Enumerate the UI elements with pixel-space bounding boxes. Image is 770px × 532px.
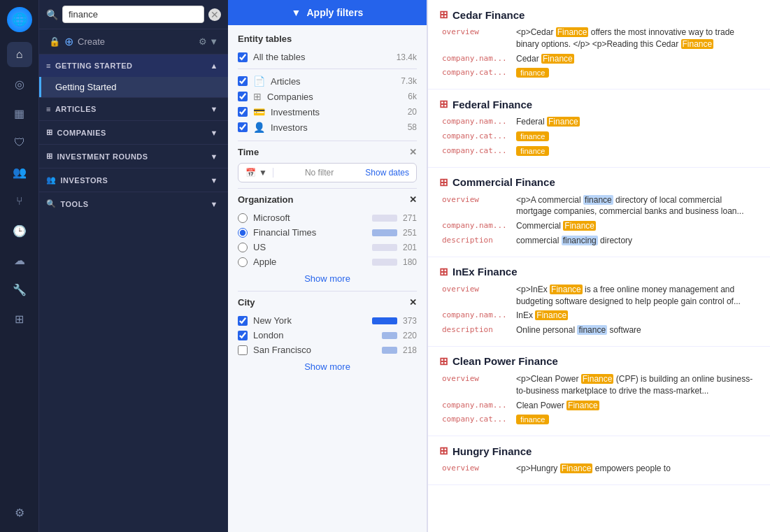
investors-icon: 👥 [46, 175, 57, 185]
city-header: City ✕ [238, 297, 417, 308]
show-dates-button[interactable]: Show dates [365, 168, 409, 178]
clear-city-button[interactable]: ✕ [409, 297, 417, 308]
field-key: company.cat... [439, 145, 516, 157]
app-logo[interactable]: 🌐 [7, 7, 32, 32]
city-london-checkbox[interactable] [238, 331, 248, 340]
org-apple: Apple 180 [238, 254, 417, 269]
puzzle-icon[interactable]: ⊞ [7, 306, 32, 331]
investments-checkbox[interactable] [238, 107, 248, 117]
result-title-federal-finance: ⊞ Federal Finance [439, 98, 759, 110]
clear-time-button[interactable]: ✕ [409, 147, 417, 157]
nav-section-header-articles[interactable]: ≡ ARTICLES ▼ [39, 98, 228, 120]
nav-section-getting-started: ≡ GETTING STARTED ▲ Getting Started [39, 54, 228, 97]
users-icon[interactable]: 👥 [7, 159, 32, 185]
result-row: company.cat... finance [439, 66, 759, 80]
filter-articles: 📄 Articles 7.3k [238, 73, 417, 89]
all-tables-label: All the tables [253, 52, 391, 62]
companies-icon: ⊞ [46, 128, 53, 137]
field-val: InEx Finance [516, 310, 759, 322]
lock-icon: 🔒 [49, 36, 60, 47]
city-san-francisco: San Francisco 218 [238, 343, 417, 357]
apply-filters-button[interactable]: ▼ Apply filters [228, 0, 427, 25]
gear-icon[interactable]: ⚙ [7, 500, 32, 525]
clear-org-button[interactable]: ✕ [409, 194, 417, 205]
nav-section-header-investors[interactable]: 👥 INVESTORS ▼ [39, 168, 228, 192]
city-title: City [238, 297, 255, 308]
result-row: company.cat... finance [439, 412, 759, 427]
wrench-icon[interactable]: 🔧 [7, 277, 32, 302]
org-financial-times-radio[interactable] [238, 228, 248, 238]
chevron-down-icon4: ▼ [211, 176, 218, 185]
org-microsoft-radio[interactable] [238, 213, 248, 223]
create-label[interactable]: Create [78, 36, 105, 47]
field-key: company.cat... [439, 414, 516, 426]
result-row: company.nam... Cedar Finance [439, 52, 759, 66]
articles-count: 7.3k [401, 76, 417, 86]
all-tables-checkbox[interactable] [238, 52, 248, 62]
result-row: description Online personal finance soft… [439, 323, 759, 338]
city-san-francisco-checkbox[interactable] [238, 345, 248, 355]
chevron-down-icon: ▼ [211, 105, 218, 113]
shield-icon[interactable]: 🛡 [7, 130, 32, 155]
hungry-finance-name: Hungry Finance [452, 445, 532, 457]
field-val: finance [516, 131, 759, 143]
nav-section-header-getting-started[interactable]: ≡ GETTING STARTED ▲ [39, 55, 228, 77]
nav-section-header-investment-rounds[interactable]: ⊞ INVESTMENT ROUNDS ▼ [39, 145, 228, 168]
getting-started-label: GETTING STARTED [55, 62, 133, 70]
branch-icon[interactable]: ⑂ [7, 189, 32, 214]
field-key: overview [439, 373, 516, 397]
field-val: commercial financing directory [516, 235, 759, 247]
field-key: overview [439, 463, 516, 475]
companies-checkbox[interactable] [238, 92, 248, 101]
apply-filters-label: Apply filters [306, 7, 363, 18]
filter-companies: ⊞ Companies 6k [238, 89, 417, 104]
result-commercial-finance: ⊞ Commercial Finance overview <p>A comme… [428, 168, 770, 257]
result-title-hungry-finance: ⊞ Hungry Finance [439, 445, 759, 457]
result-title-clean-power-finance: ⊞ Clean Power Finance [439, 355, 759, 368]
search-input[interactable] [62, 6, 204, 23]
result-title-commercial-finance: ⊞ Commercial Finance [439, 176, 759, 189]
tools-label: TOOLS [61, 200, 89, 208]
time-row: 📅 ▼ No filter Show dates [238, 163, 417, 182]
investors-checkbox[interactable] [238, 122, 248, 132]
city-new-york-checkbox[interactable] [238, 316, 248, 326]
org-show-more-button[interactable]: Show more [238, 269, 417, 288]
result-inex-finance: ⊞ InEx Finance overview <p>InEx Finance … [428, 257, 770, 347]
sidebar-item-getting-started[interactable]: Getting Started [39, 77, 228, 97]
result-row: company.nam... Federal Finance [439, 115, 759, 129]
field-val: Online personal finance software [516, 324, 759, 336]
investors-filter-label: Investors [271, 122, 402, 133]
building-icon4: ⊞ [439, 266, 448, 278]
history-icon[interactable]: 🕒 [7, 218, 32, 243]
nav-section-tools: 🔍 TOOLS ▼ [39, 192, 228, 215]
result-federal-finance: ⊞ Federal Finance company.nam... Federal… [428, 89, 770, 167]
filter-settings-icon[interactable]: ⚙ ▼ [199, 36, 218, 47]
getting-started-icon: ≡ [46, 62, 51, 70]
result-hungry-finance: ⊞ Hungry Finance overview <p>Hungry Fina… [428, 436, 770, 485]
org-apple-radio[interactable] [238, 257, 248, 267]
federal-finance-name: Federal Finance [452, 99, 532, 110]
clean-power-finance-name: Clean Power Finance [452, 355, 558, 367]
calendar-button[interactable]: 📅 ▼ [245, 168, 273, 178]
filter-icon: ▼ [292, 7, 301, 18]
field-key: overview [439, 284, 516, 308]
city-show-more-button[interactable]: Show more [238, 357, 417, 376]
field-val: <p>InEx Finance is a free online money m… [516, 284, 759, 308]
plus-icon: ⊕ [64, 35, 73, 48]
cloud-icon[interactable]: ☁ [7, 247, 32, 273]
nav-section-header-companies[interactable]: ⊞ COMPANIES ▼ [39, 121, 228, 144]
nav-section-header-tools[interactable]: 🔍 TOOLS ▼ [39, 192, 228, 215]
commercial-finance-name: Commercial Finance [452, 176, 555, 188]
home-icon[interactable]: ⌂ [7, 42, 32, 67]
org-apple-bar [372, 259, 397, 266]
articles-checkbox[interactable] [238, 76, 248, 86]
city-new-york-label: New York [253, 315, 366, 326]
clear-search-button[interactable]: ✕ [208, 8, 221, 21]
chart-icon[interactable]: ▦ [7, 101, 32, 126]
org-financial-times-label: Financial Times [253, 227, 366, 238]
search-nav-icon[interactable]: ◎ [7, 71, 32, 96]
city-london: London 220 [238, 328, 417, 343]
org-us-radio[interactable] [238, 243, 248, 252]
field-key: description [439, 324, 516, 336]
building-icon5: ⊞ [439, 355, 448, 368]
